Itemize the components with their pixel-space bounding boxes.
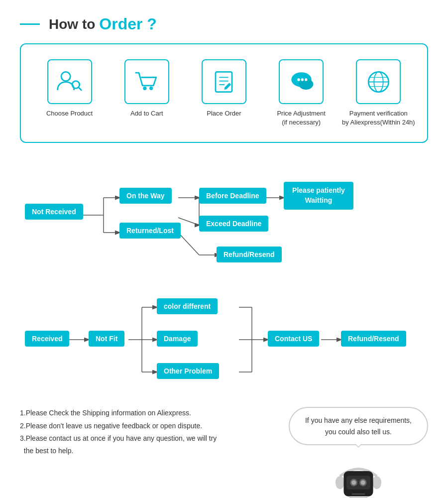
node-color-different: color different [157, 298, 218, 314]
order-steps-box: Choose Product Add to Cart [20, 43, 428, 143]
title-accent: Order ? [99, 15, 157, 33]
step-payment-verification-label: Payment verificationby Aliexpress(Within… [342, 109, 415, 127]
globe-icon [365, 68, 392, 96]
speech-bubble: If you have any else requirements, you c… [289, 407, 428, 445]
node-not-fit: Not Fit [89, 331, 124, 347]
step-place-order-label: Place Order [207, 109, 241, 118]
step-price-adjustment: Price Adjustment(if necessary) [264, 59, 338, 127]
node-damage: Damage [157, 331, 198, 347]
person-search-icon [56, 68, 83, 96]
note-2: 2.Please don't leave us negative feedbac… [20, 420, 274, 432]
step-choose-product: Choose Product [32, 59, 107, 118]
svg-point-50 [361, 481, 365, 485]
node-refund-resend-1: Refund/Resend [217, 247, 282, 262]
svg-point-49 [351, 481, 356, 485]
node-returned-lost: Returned/Lost [119, 223, 181, 239]
node-contact-us: Contact US [268, 331, 319, 347]
svg-point-13 [305, 78, 308, 81]
node-not-received: Not Received [25, 204, 83, 220]
document-icon [210, 68, 237, 96]
step-place-order: Place Order [187, 59, 261, 118]
step-add-to-cart-label: Add to Cart [130, 109, 163, 118]
svg-point-3 [143, 86, 146, 90]
how-to-order-section: How to Order ? Choose Product [0, 0, 448, 153]
node-exceed-deadline: Exceed Deadline [199, 216, 268, 232]
choose-product-icon-box [47, 59, 92, 104]
step-payment-verification: Payment verificationby Aliexpress(Within… [341, 59, 416, 127]
node-received: Received [25, 331, 69, 347]
title-line [20, 23, 40, 25]
payment-verification-icon-box [356, 59, 401, 104]
svg-point-44 [372, 476, 381, 489]
svg-point-12 [301, 78, 304, 81]
svg-rect-46 [346, 476, 370, 490]
svg-line-2 [79, 87, 82, 90]
flow-diagram-section-2: Received Not Fit color different Damage … [0, 282, 448, 397]
svg-point-43 [336, 476, 344, 489]
note-1: 1.Please Check the Shipping information … [20, 407, 274, 419]
add-to-cart-icon-box [124, 59, 169, 104]
node-other-problem: Other Problem [157, 363, 219, 379]
step-add-to-cart: Add to Cart [110, 59, 184, 118]
cart-icon [133, 68, 160, 96]
price-adjustment-icon-box [279, 59, 324, 104]
place-order-icon-box [202, 59, 246, 104]
svg-point-0 [61, 72, 70, 81]
svg-rect-5 [216, 72, 232, 92]
flow-diagram-1: Not Received On the Way Returned/Lost Be… [20, 168, 428, 267]
svg-line-29 [178, 233, 199, 255]
node-please-wait: Please patientlyWaitting [284, 182, 353, 209]
note-3: 3.Please contact us at once if you have … [20, 432, 274, 457]
notes-section: 1.Please Check the Shipping information … [0, 397, 448, 498]
speech-bubble-text: If you have any else requirements, you c… [305, 416, 412, 435]
step-choose-product-label: Choose Product [46, 109, 93, 118]
node-refund-resend-2: Refund/Resend [341, 331, 406, 347]
flow-diagram-section-1: Not Received On the Way Returned/Lost Be… [0, 153, 448, 282]
flow-diagram-2: Received Not Fit color different Damage … [20, 282, 428, 397]
svg-point-4 [149, 86, 153, 90]
title-prefix: How to [49, 16, 95, 32]
step-price-adjustment-label: Price Adjustment(if necessary) [277, 109, 326, 127]
svg-point-11 [297, 78, 300, 81]
robot-icon [329, 453, 388, 498]
notes-text: 1.Please Check the Shipping information … [20, 407, 274, 457]
node-on-the-way: On the Way [119, 188, 172, 204]
section-title: How to Order ? [20, 15, 428, 33]
svg-line-24 [178, 218, 199, 225]
node-before-deadline: Before Deadline [199, 188, 266, 204]
robot-bubble-section: If you have any else requirements, you c… [289, 407, 428, 498]
chat-bubble-icon [288, 68, 315, 96]
